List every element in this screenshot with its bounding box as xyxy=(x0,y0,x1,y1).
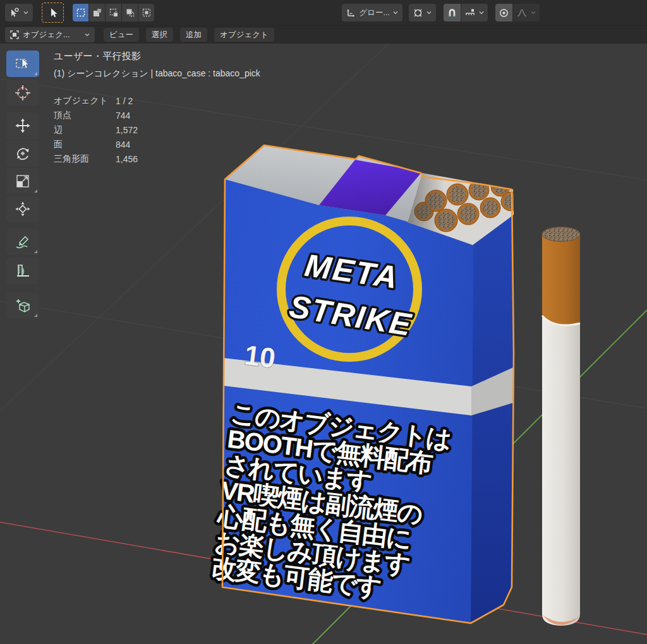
orientation-label: グロー... xyxy=(359,8,390,18)
mode-selector-dropdown[interactable]: オブジェク... xyxy=(5,27,95,42)
chevron-down-icon xyxy=(392,9,399,16)
stat-label: 頂点 xyxy=(54,110,116,121)
stat-value: 1 / 2 xyxy=(116,96,133,106)
blender-window: META STRIKE 10 このオブジェクトは BOOTHで無料配布 されてい… xyxy=(0,0,647,644)
select-intersect-icon xyxy=(142,8,152,18)
pivot-point-icon xyxy=(413,8,423,18)
stat-row-objects: オブジェクト 1 / 2 xyxy=(54,93,260,108)
active-tool-select-box[interactable] xyxy=(42,3,64,23)
tool-measure[interactable] xyxy=(6,258,39,284)
stat-value: 744 xyxy=(116,110,130,121)
tool-add-cube[interactable] xyxy=(6,292,39,319)
scene-stats: オブジェクト 1 / 2 頂点 744 辺 1,572 面 844 三角形面 1… xyxy=(54,93,260,166)
select-box-icon xyxy=(15,56,31,72)
menu-object[interactable]: オブジェクト xyxy=(214,28,274,42)
menu-select[interactable]: 選択 xyxy=(146,28,173,42)
snap-toggle-button[interactable] xyxy=(444,4,461,21)
menu-header-row: オブジェク... ビュー 選択 追加 オブジェクト xyxy=(0,25,647,44)
select-extend-icon xyxy=(92,8,102,18)
tool-header-row: グロー... xyxy=(0,0,647,25)
proportional-edit-icon xyxy=(499,8,509,18)
select-invert-icon xyxy=(125,8,135,18)
chevron-down-icon xyxy=(84,32,90,38)
menu-add[interactable]: 追加 xyxy=(180,28,207,42)
select-set-icon xyxy=(76,8,86,18)
snap-target-dropdown[interactable] xyxy=(461,4,488,21)
stat-value: 1,572 xyxy=(116,125,138,135)
select-mode-extend[interactable] xyxy=(89,4,105,21)
breadcrumb: (1) シーンコレクション | tabaco_case : tabaco_pic… xyxy=(54,68,260,80)
pack-count: 10 xyxy=(243,339,277,374)
tweak-tool-dropdown[interactable] xyxy=(5,4,33,21)
select-mode-intersect[interactable] xyxy=(138,4,154,21)
move-icon xyxy=(15,117,31,134)
magnet-icon xyxy=(447,8,457,18)
menu-add-label: 追加 xyxy=(186,30,202,40)
chevron-down-icon xyxy=(23,9,29,16)
stat-label: 三角形面 xyxy=(54,153,116,165)
menu-view[interactable]: ビュー xyxy=(104,28,139,42)
tweak-tool-icon xyxy=(9,7,20,18)
stat-value: 1,456 xyxy=(116,154,138,164)
stat-label: オブジェクト xyxy=(54,95,116,107)
proportional-edit-toggle[interactable] xyxy=(495,4,512,21)
view-name-label: ユーザー・平行投影 xyxy=(54,51,260,63)
tool-select-box[interactable] xyxy=(6,51,39,77)
select-mode-group xyxy=(73,4,154,21)
pack-object[interactable]: META STRIKE 10 このオブジェクトは BOOTHで無料配布 されてい… xyxy=(209,145,520,623)
snap-increment-icon xyxy=(464,8,476,18)
rotate-icon xyxy=(15,145,31,162)
chevron-down-icon xyxy=(426,9,432,16)
proportional-group xyxy=(495,4,540,21)
stat-row-vertices: 頂点 744 xyxy=(54,108,260,122)
select-cursor-icon xyxy=(47,6,59,19)
object-mode-icon xyxy=(9,30,20,40)
measure-ruler-icon xyxy=(15,263,31,279)
stat-row-edges: 辺 1,572 xyxy=(54,122,260,137)
menu-select-label: 選択 xyxy=(152,30,167,40)
transform-orientation-dropdown[interactable]: グロー... xyxy=(342,4,402,21)
scale-icon xyxy=(15,173,31,189)
tool-scale[interactable] xyxy=(6,168,39,194)
tool-transform[interactable] xyxy=(6,196,39,222)
cigarette-object[interactable] xyxy=(542,227,580,626)
tool-move[interactable] xyxy=(6,112,39,139)
tool-cursor[interactable] xyxy=(6,80,39,106)
stat-value: 844 xyxy=(116,140,130,150)
select-subtract-icon xyxy=(109,8,119,18)
falloff-dropdown[interactable] xyxy=(513,4,540,21)
menu-view-label: ビュー xyxy=(109,30,133,40)
menu-object-label: オブジェクト xyxy=(220,30,269,40)
falloff-curve-icon xyxy=(516,8,528,18)
snap-group xyxy=(444,4,488,21)
tool-shelf xyxy=(6,51,39,319)
cursor-3d-icon xyxy=(14,84,32,102)
stat-row-faces: 面 844 xyxy=(54,137,260,152)
stat-row-triangles: 三角形面 1,456 xyxy=(54,152,260,166)
tool-annotate[interactable] xyxy=(6,229,39,255)
add-cube-icon xyxy=(15,297,32,314)
chevron-down-icon xyxy=(478,9,485,16)
mode-label: オブジェク... xyxy=(23,30,81,40)
transform-icon xyxy=(15,201,31,217)
annotate-pencil-icon xyxy=(15,234,31,250)
viewport-header: グロー... xyxy=(0,0,647,44)
select-mode-set[interactable] xyxy=(73,4,88,21)
chevron-down-icon xyxy=(530,9,536,16)
select-mode-invert[interactable] xyxy=(122,4,138,21)
select-mode-subtract[interactable] xyxy=(106,4,121,21)
stat-label: 面 xyxy=(54,139,116,150)
orientation-axes-icon xyxy=(346,8,356,18)
viewport-overlay-info: ユーザー・平行投影 (1) シーンコレクション | tabaco_case : … xyxy=(54,51,260,166)
stat-label: 辺 xyxy=(54,124,116,136)
tool-rotate[interactable] xyxy=(6,140,39,167)
pivot-point-dropdown[interactable] xyxy=(409,4,436,21)
